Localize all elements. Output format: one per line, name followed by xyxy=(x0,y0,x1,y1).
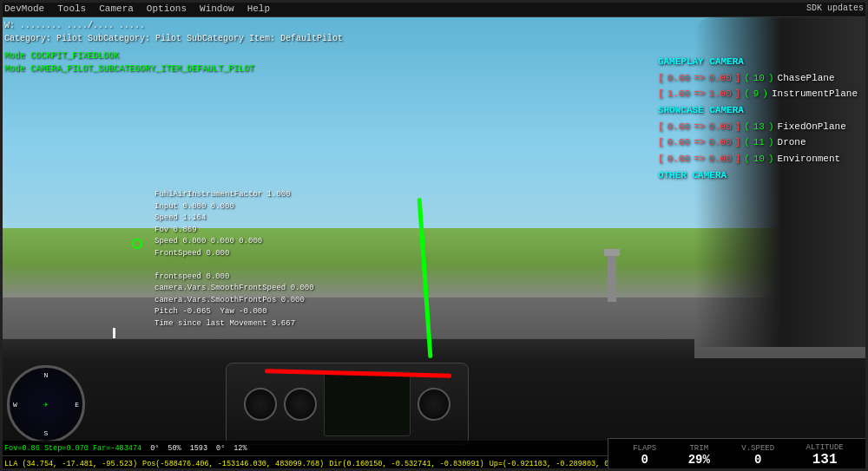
menu-help[interactable]: Help xyxy=(247,3,270,14)
debug-mode2: Mode CAMERA_PILOT_SUBCATEGORY_ITEM_DEFAU… xyxy=(4,62,343,75)
sim-container: N S W E ✈ DevMode Tools Camera Options W… xyxy=(0,0,868,471)
gp2-val-from: 1.00 xyxy=(667,86,690,102)
flaps-label: FLAPS xyxy=(633,444,656,453)
gp1-val-to: 0.00 xyxy=(708,70,731,87)
trim-status: TRIM 29% xyxy=(688,444,710,467)
menu-options[interactable]: Options xyxy=(147,3,187,14)
gp2-arrow: => xyxy=(694,86,705,102)
trim-value: 29% xyxy=(688,453,710,467)
gp2-bracket-close: ] xyxy=(735,86,741,102)
airport-tower-top xyxy=(604,249,620,256)
showcase-item-2[interactable]: [0.00 => 0.00] (11) Drone xyxy=(658,134,858,151)
vspeed-value: 0 xyxy=(754,453,761,467)
compass-letters: N S W E ✈ xyxy=(11,370,81,439)
gp2-name: InstrumentPlane xyxy=(772,86,858,102)
status-bar-2: Fov=0.86 Step=0.070 Far=-483474 0° 50% 1… xyxy=(0,441,608,455)
status-seg-4: 12% xyxy=(233,444,247,453)
status-lla: LLA (34.754, -17.481, -95.523) xyxy=(4,460,137,468)
status-bar: LLA (34.754, -17.481, -95.523) Pos(-5884… xyxy=(0,455,608,471)
menu-tools[interactable]: Tools xyxy=(57,3,86,14)
menu-bar: DevMode Tools Camera Options Window Help… xyxy=(0,0,868,17)
vspeed-status: V.SPEED 0 xyxy=(741,444,774,467)
status-seg-0: 0° xyxy=(150,444,159,453)
status-seg-2: 1593 xyxy=(190,444,207,453)
flight-status-panel: FLAPS 0 TRIM 29% V.SPEED 0 ALTITUDE 131 xyxy=(608,438,868,471)
status-pos: Pos(-588476.406, -153146.030, 483099.768… xyxy=(142,460,324,468)
gauge-3 xyxy=(418,388,450,421)
circle-indicator xyxy=(132,239,142,249)
menu-devmode[interactable]: DevMode xyxy=(4,3,44,14)
menu-camera[interactable]: Camera xyxy=(99,3,134,14)
showcase-camera-title: SHOWCASE CAMERA xyxy=(658,102,858,119)
debug-mode1: Mode COCKPIT_FIXEDLOOK xyxy=(4,49,343,62)
gp1-bracket-close: ] xyxy=(735,70,741,87)
trim-label: TRIM xyxy=(689,444,708,453)
gp2-number: ( xyxy=(744,86,750,102)
gp1-bracket-open: [ xyxy=(658,70,664,87)
altitude-value: 131 xyxy=(812,452,838,468)
glare-shield xyxy=(0,338,694,360)
gp2-nparen: ) xyxy=(762,86,768,102)
gp1-nparen: ) xyxy=(768,70,774,87)
status-seg-3: 0° xyxy=(216,444,225,453)
debug-line2: Category: Pilot SubCategory: Pilot SubCa… xyxy=(4,32,343,45)
debug-line1: W: ........ ..../.... ..... xyxy=(4,19,343,32)
status-up: Up=(-0.921103, -0.289803, 0.259967) xyxy=(490,460,608,468)
airport-tower xyxy=(608,254,616,302)
middle-debug: FuhlAirInstrumentFactor 1.000 Input 0.00… xyxy=(155,189,314,330)
status-seg-1: 50% xyxy=(168,444,181,453)
showcase-item-3[interactable]: [0.00 => 0.00] (10) Environment xyxy=(658,151,858,167)
status-dir: Dir(0.160150, -0.532741, -0.830991) xyxy=(329,460,484,468)
gp2-val-to: 1.00 xyxy=(708,86,731,102)
debug-overlay: W: ........ ..../.... ..... Category: Pi… xyxy=(4,19,343,75)
gameplay-camera-title: GAMEPLAY CAMERA xyxy=(658,54,858,70)
menu-window[interactable]: Window xyxy=(200,3,234,14)
gauge-2 xyxy=(284,388,317,421)
showcase-item-1[interactable]: [0.00 => 0.00] (13) FixedOnPlane xyxy=(658,119,858,135)
gp1-val-from: 0.00 xyxy=(667,70,690,87)
gauge-1 xyxy=(244,388,277,421)
gp2-num: 9 xyxy=(753,86,760,102)
gp1-name: ChasePlane xyxy=(778,70,835,87)
flaps-value: 0 xyxy=(641,453,648,467)
gameplay-item-1[interactable]: [0.00 => 0.00] (10) ChasePlane xyxy=(658,70,858,87)
gp1-number: ( xyxy=(744,70,750,87)
gp1-num: 10 xyxy=(753,70,765,87)
status-fov: Fov=0.86 Step=0.070 Far=-483474 xyxy=(4,444,141,453)
left-compass: N S W E ✈ xyxy=(7,365,85,443)
gameplay-item-2[interactable]: [1.00 => 1.00] (9) InstrumentPlane xyxy=(658,86,858,102)
gp2-bracket-open: [ xyxy=(658,86,664,102)
other-camera-title: OTHER CAMERA xyxy=(658,167,858,184)
gp1-arrow: => xyxy=(694,70,705,87)
altitude-label: ALTITUDE xyxy=(806,443,844,452)
altitude-status: ALTITUDE 131 xyxy=(806,443,844,468)
sdk-updates-button[interactable]: SDK updates xyxy=(806,3,864,13)
vspeed-label: V.SPEED xyxy=(741,444,774,453)
camera-menu: GAMEPLAY CAMERA [0.00 => 0.00] (10) Chas… xyxy=(658,54,858,184)
flaps-status: FLAPS 0 xyxy=(633,444,656,467)
mfd-screen xyxy=(324,371,411,436)
